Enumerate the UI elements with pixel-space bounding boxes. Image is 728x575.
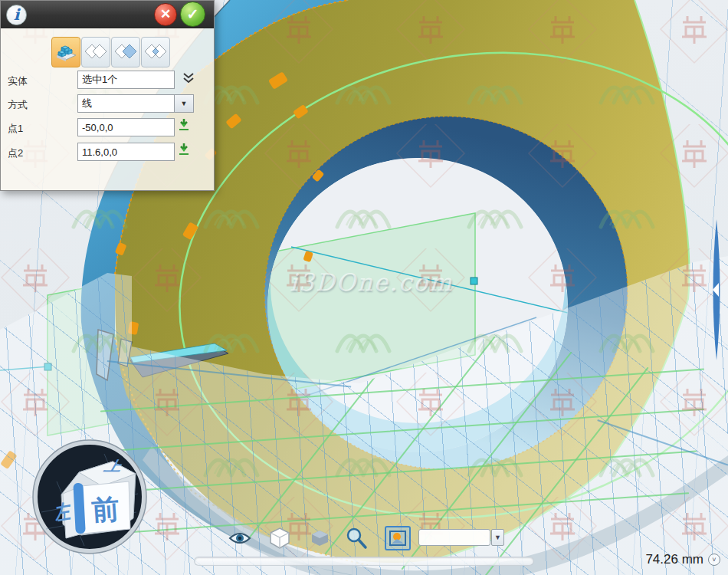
- cancel-button[interactable]: ✕: [154, 3, 177, 26]
- point2-label: 点2: [8, 146, 23, 160]
- eye-icon: [228, 531, 251, 546]
- view-cube[interactable]: 前 左 上: [31, 439, 149, 557]
- magnifier-icon: [345, 527, 368, 550]
- measurement-expand-button[interactable]: ˅: [708, 554, 720, 566]
- command-dialog: i ✕ ✓: [0, 0, 215, 191]
- entity-label: 实体: [8, 74, 28, 88]
- cad-application-window: i3DOne.com 前 左 上: [0, 0, 728, 575]
- method-label: 方式: [8, 98, 28, 112]
- diamonds-white-blue-icon: [114, 43, 137, 61]
- render-mode-icon: [389, 530, 407, 547]
- method-dropdown-button[interactable]: ▼: [174, 94, 194, 113]
- view-cube-front-label: 前: [90, 493, 120, 526]
- double-chevron-down-icon[interactable]: [182, 72, 195, 84]
- diamond-blue-inside-icon: [144, 43, 167, 61]
- horizontal-scrollbar[interactable]: [194, 557, 534, 566]
- measurement-value: 74.26 mm: [645, 552, 703, 567]
- mode-add-button[interactable]: [81, 37, 110, 67]
- info-icon[interactable]: i: [6, 5, 27, 25]
- confirm-button[interactable]: ✓: [180, 2, 205, 27]
- entity-input[interactable]: [77, 71, 175, 89]
- wireframe-display-button[interactable]: [267, 526, 293, 550]
- plane-handle-right[interactable]: [471, 278, 477, 284]
- panel-collapse-tab[interactable]: [708, 218, 725, 363]
- dialog-header[interactable]: i ✕ ✓: [1, 1, 214, 28]
- point1-label: 点1: [8, 122, 23, 136]
- dialog-mode-toolbar: [51, 37, 170, 67]
- diamonds-white-icon: [84, 43, 107, 61]
- boolean-blocks-icon: [54, 42, 77, 62]
- point1-input[interactable]: [77, 118, 175, 136]
- point2-input[interactable]: [77, 143, 175, 161]
- pick-point-icon[interactable]: [178, 143, 190, 156]
- view-scale-combobox[interactable]: [418, 529, 490, 546]
- measurement-readout: 74.26 mm˅: [605, 552, 720, 570]
- method-select[interactable]: [77, 94, 175, 113]
- render-mode-button[interactable]: [385, 526, 411, 550]
- mode-boolean-blocks-button[interactable]: [51, 37, 80, 67]
- solid-display-button[interactable]: [307, 526, 333, 550]
- solid-cube-icon: [307, 529, 332, 547]
- pick-point-icon[interactable]: [178, 118, 190, 132]
- view-cube-left-label: 左: [55, 499, 71, 524]
- visibility-eye-button[interactable]: [227, 526, 253, 550]
- mode-subtract-button[interactable]: [111, 37, 140, 67]
- wireframe-cube-icon: [269, 527, 290, 549]
- site-watermark-text: i3DOne.com: [290, 268, 454, 296]
- combobox-dropdown-button[interactable]: ▼: [491, 529, 504, 546]
- mode-intersect-button[interactable]: [141, 37, 170, 67]
- zoom-tool-button[interactable]: [343, 526, 369, 550]
